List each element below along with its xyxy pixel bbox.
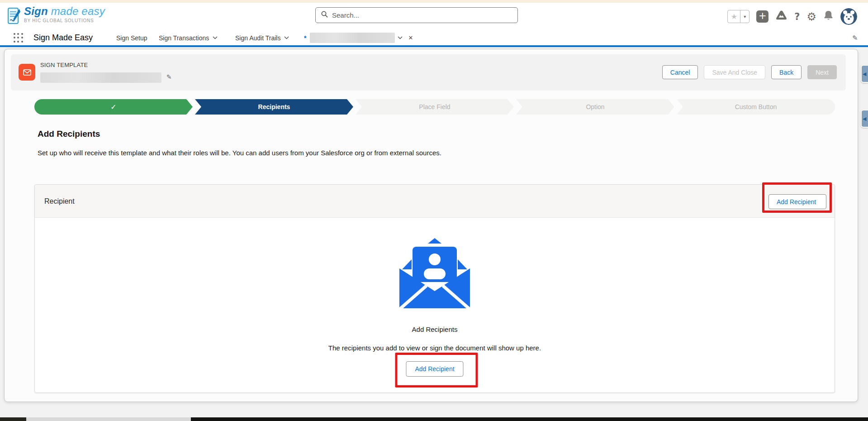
favorites-group: ★ ▾ — [727, 10, 749, 23]
app-logo-icon — [7, 5, 21, 28]
tab-label: Sign Transactions — [159, 34, 209, 42]
tab-label: Sign Audit Trails — [235, 34, 280, 42]
search-input[interactable] — [332, 11, 512, 19]
app-launcher-icon[interactable] — [14, 33, 24, 43]
chevron-down-icon[interactable] — [398, 36, 403, 39]
tab-sign-setup[interactable]: Sign Setup — [116, 30, 147, 45]
cancel-button[interactable]: Cancel — [662, 65, 698, 79]
app-navbar: Sign Made Easy Sign Setup Sign Transacti… — [0, 30, 868, 45]
step-custom-button[interactable]: Custom Button — [677, 99, 835, 115]
user-avatar[interactable] — [840, 8, 857, 25]
brand-divider — [0, 45, 868, 47]
next-button[interactable]: Next — [807, 65, 837, 79]
global-search[interactable] — [315, 7, 518, 23]
window-edge-right — [191, 417, 868, 421]
highlight-annotation-bottom — [395, 353, 478, 388]
screen: Sign made easy BY HIC GLOBAL SOLUTIONS ★… — [0, 0, 868, 421]
step-place-field[interactable]: Place Field — [356, 99, 514, 115]
global-header: Sign made easy BY HIC GLOBAL SOLUTIONS ★… — [0, 3, 868, 30]
window-edge-left — [0, 417, 26, 421]
step-option[interactable]: Option — [516, 99, 674, 115]
edit-page-pencil-icon[interactable]: ✎ — [852, 34, 858, 42]
trailhead-icon[interactable] — [775, 10, 787, 24]
save-and-close-button[interactable]: Save And Close — [704, 65, 765, 79]
collapse-panel-toggle-1[interactable]: ◀ — [861, 65, 868, 83]
tab-sign-audit-trails[interactable]: Sign Audit Trails — [235, 30, 289, 45]
highlight-annotation-top — [762, 182, 832, 213]
redacted-tab-label — [310, 33, 395, 43]
header-actions: ★ ▾ + ? ⚙ — [727, 3, 857, 30]
page-header: SIGN TEMPLATE ✎ Cancel Save And Close Ba… — [11, 54, 846, 91]
tab-active-record[interactable]: * ✕ — [304, 30, 413, 45]
record-type-label: SIGN TEMPLATE — [40, 62, 88, 68]
sign-template-envelope-icon — [19, 64, 35, 81]
chevron-down-icon[interactable] — [284, 36, 289, 39]
close-tab-icon[interactable]: ✕ — [408, 34, 413, 41]
step-completed[interactable]: ✓ — [34, 99, 193, 115]
brand-subtitle: BY HIC GLOBAL SOLUTIONS — [24, 18, 105, 23]
tab-sign-transactions[interactable]: Sign Transactions — [159, 30, 218, 45]
progress-stepper: ✓ Recipients Place Field Option Custom B… — [34, 99, 835, 115]
redacted-record-name — [40, 72, 161, 83]
search-icon — [321, 11, 328, 19]
collapse-panel-toggle-2[interactable]: ◀ — [861, 110, 868, 128]
page-title: Add Recipients — [38, 129, 100, 139]
brand-name-bold: Sign — [24, 5, 48, 17]
brand-name-light: made easy — [48, 5, 105, 17]
window-edge-scrollbar[interactable] — [26, 417, 191, 421]
step-recipients[interactable]: Recipients — [195, 99, 353, 115]
record-card: SIGN TEMPLATE ✎ Cancel Save And Close Ba… — [4, 49, 858, 402]
chevron-down-icon[interactable] — [213, 36, 218, 39]
recipient-panel-header: Recipient — [35, 185, 835, 218]
notifications-bell-icon[interactable] — [823, 10, 834, 23]
unsaved-indicator: * — [304, 34, 306, 42]
mail-recipient-illustration — [398, 237, 471, 310]
tab-label: Sign Setup — [116, 34, 147, 42]
global-add-icon[interactable]: + — [756, 10, 768, 23]
header-action-buttons: Cancel Save And Close Back Next — [662, 65, 837, 79]
recipient-panel-title: Recipient — [44, 185, 75, 218]
edit-name-pencil-icon[interactable]: ✎ — [166, 73, 172, 81]
help-icon[interactable]: ? — [794, 11, 800, 22]
back-button[interactable]: Back — [771, 65, 802, 79]
empty-state-description: The recipients you add to view or sign t… — [35, 344, 835, 352]
page-subtitle: Set up who will receive this template an… — [38, 149, 441, 157]
empty-state-title: Add Recipients — [35, 325, 835, 333]
setup-gear-icon[interactable]: ⚙ — [806, 11, 816, 22]
favorite-star-icon[interactable]: ★ — [728, 10, 740, 23]
recipient-panel: Recipient Add Recipient — [34, 184, 835, 393]
app-logo-text: Sign made easy BY HIC GLOBAL SOLUTIONS — [24, 5, 105, 28]
app-logo: Sign made easy BY HIC GLOBAL SOLUTIONS — [7, 5, 105, 28]
favorites-dropdown-icon[interactable]: ▾ — [740, 10, 749, 23]
current-app-name[interactable]: Sign Made Easy — [33, 30, 93, 45]
